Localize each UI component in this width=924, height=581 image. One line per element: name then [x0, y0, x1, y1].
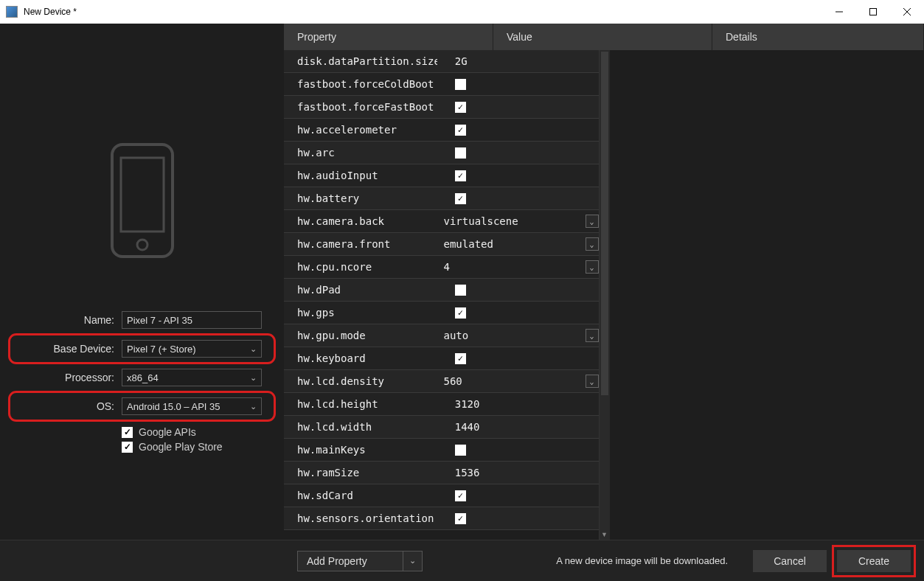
processor-label: Processor: — [15, 372, 122, 383]
property-value[interactable]: ✓ — [437, 490, 599, 501]
table-row[interactable]: hw.accelerometer✓ — [284, 119, 599, 142]
property-value[interactable]: 1440 — [437, 421, 599, 433]
table-row[interactable]: hw.arc — [284, 142, 599, 164]
google-play-checkbox[interactable]: ✓ — [122, 442, 133, 453]
os-select[interactable]: Android 15.0 – API 35⌄ — [122, 397, 262, 415]
minimize-button[interactable] — [822, 0, 856, 24]
property-value[interactable] — [437, 147, 599, 159]
table-row[interactable]: disk.dataPartition.size2G — [284, 50, 599, 73]
google-apis-label: Google APIs — [139, 426, 196, 438]
property-value[interactable]: 4⌄ — [426, 259, 599, 275]
property-key: fastboot.forceFastBoot — [284, 101, 437, 113]
column-header-details[interactable]: Details — [712, 24, 924, 50]
table-row[interactable]: hw.lcd.width1440 — [284, 416, 599, 439]
property-value[interactable]: emulated⌄ — [426, 236, 599, 252]
property-key: hw.lcd.height — [284, 398, 437, 410]
svg-rect-5 — [121, 158, 164, 232]
table-row[interactable]: hw.dPad — [284, 279, 599, 302]
chevron-down-icon: ⌄ — [586, 375, 599, 388]
checkbox[interactable] — [455, 285, 466, 296]
property-value[interactable] — [437, 445, 599, 456]
property-value[interactable]: ✓ — [437, 513, 599, 524]
google-apis-checkbox[interactable]: ✓ — [122, 427, 133, 438]
table-row[interactable]: hw.sensors.orientation✓ — [284, 507, 599, 530]
value-dropdown[interactable]: 560⌄ — [444, 373, 599, 389]
property-value[interactable]: 3120 — [437, 398, 599, 410]
property-key: hw.audioInput — [284, 170, 437, 181]
property-value[interactable]: ✓ — [437, 170, 599, 181]
table-row[interactable]: hw.lcd.density560⌄ — [284, 370, 599, 393]
table-row[interactable]: hw.ramSize1536 — [284, 462, 599, 484]
table-row[interactable]: hw.keyboard✓ — [284, 347, 599, 370]
property-value[interactable]: ✓ — [437, 307, 599, 319]
chevron-down-icon: ⌄ — [586, 260, 599, 274]
property-value[interactable]: 1536 — [437, 467, 599, 479]
property-value[interactable]: ✓ — [437, 102, 599, 113]
checkbox[interactable] — [455, 445, 466, 456]
property-value[interactable]: ✓ — [437, 193, 599, 204]
checkbox[interactable]: ✓ — [455, 102, 466, 113]
value-dropdown[interactable]: auto⌄ — [444, 327, 599, 344]
property-value[interactable]: 560⌄ — [426, 373, 599, 389]
window-title: New Device * — [24, 7, 822, 17]
table-row[interactable]: hw.sdCard✓ — [284, 484, 599, 507]
base-device-label: Base Device: — [15, 343, 122, 355]
property-key: hw.gps — [284, 307, 437, 319]
table-row[interactable]: hw.audioInput✓ — [284, 164, 599, 187]
value-dropdown[interactable]: 4⌄ — [444, 259, 599, 275]
processor-select[interactable]: x86_64⌄ — [122, 369, 262, 386]
value-dropdown[interactable]: virtualscene⌄ — [444, 213, 599, 229]
column-header-property[interactable]: Property — [284, 24, 493, 50]
table-row[interactable]: hw.lcd.height3120 — [284, 393, 599, 416]
checkbox[interactable]: ✓ — [455, 490, 466, 501]
table-row[interactable]: hw.camera.frontemulated⌄ — [284, 233, 599, 256]
chevron-down-icon: ⌄ — [250, 344, 257, 354]
table-row[interactable]: hw.camera.backvirtualscene⌄ — [284, 210, 599, 233]
checkbox[interactable]: ✓ — [455, 353, 466, 364]
table-row[interactable]: fastboot.forceFastBoot✓ — [284, 96, 599, 119]
checkbox[interactable]: ✓ — [455, 193, 466, 204]
phone-icon — [109, 142, 176, 260]
name-input[interactable]: Pixel 7 - API 35 — [122, 311, 262, 329]
maximize-button[interactable] — [856, 0, 890, 24]
property-value[interactable] — [437, 79, 599, 90]
property-value[interactable] — [437, 285, 599, 296]
chevron-down-icon: ⌄ — [586, 237, 599, 251]
checkbox[interactable]: ✓ — [455, 170, 466, 181]
close-button[interactable] — [890, 0, 924, 24]
table-row[interactable]: fastboot.forceColdBoot — [284, 73, 599, 96]
checkbox[interactable]: ✓ — [455, 307, 466, 319]
cancel-button[interactable]: Cancel — [753, 550, 827, 572]
property-value[interactable]: ✓ — [437, 125, 599, 136]
table-row[interactable]: hw.gps✓ — [284, 302, 599, 324]
download-message: A new device image will be downloaded. — [556, 555, 728, 566]
base-device-select[interactable]: Pixel 7 (+ Store)⌄ — [122, 340, 262, 358]
value-dropdown[interactable]: emulated⌄ — [444, 236, 599, 252]
property-value[interactable]: 2G — [437, 55, 599, 67]
property-key: fastboot.forceColdBoot — [284, 78, 437, 90]
table-row[interactable]: hw.gpu.modeauto⌄ — [284, 324, 599, 347]
property-key: hw.cpu.ncore — [284, 261, 426, 273]
table-row[interactable]: hw.cpu.ncore4⌄ — [284, 256, 599, 279]
table-row[interactable]: hw.battery✓ — [284, 187, 599, 210]
table-row[interactable]: hw.mainKeys — [284, 439, 599, 462]
property-value[interactable]: auto⌄ — [426, 327, 599, 344]
name-label: Name: — [15, 314, 122, 326]
scrollbar-thumb[interactable] — [601, 52, 608, 395]
add-property-button[interactable]: Add Property ⌄ — [297, 551, 423, 571]
vertical-scrollbar[interactable]: ▼ — [599, 50, 610, 540]
property-key: hw.dPad — [284, 284, 437, 296]
property-key: hw.keyboard — [284, 352, 437, 364]
checkbox[interactable]: ✓ — [455, 513, 466, 524]
checkbox[interactable] — [455, 147, 466, 159]
property-value[interactable]: ✓ — [437, 353, 599, 364]
create-button[interactable]: Create — [837, 550, 911, 572]
details-column — [610, 50, 925, 540]
checkbox[interactable]: ✓ — [455, 125, 466, 136]
column-header-value[interactable]: Value — [493, 24, 712, 50]
scroll-down-icon[interactable]: ▼ — [600, 529, 610, 540]
chevron-down-icon: ⌄ — [403, 552, 416, 571]
property-value[interactable]: virtualscene⌄ — [426, 213, 599, 229]
checkbox[interactable] — [455, 79, 466, 90]
property-key: hw.gpu.mode — [284, 330, 426, 341]
